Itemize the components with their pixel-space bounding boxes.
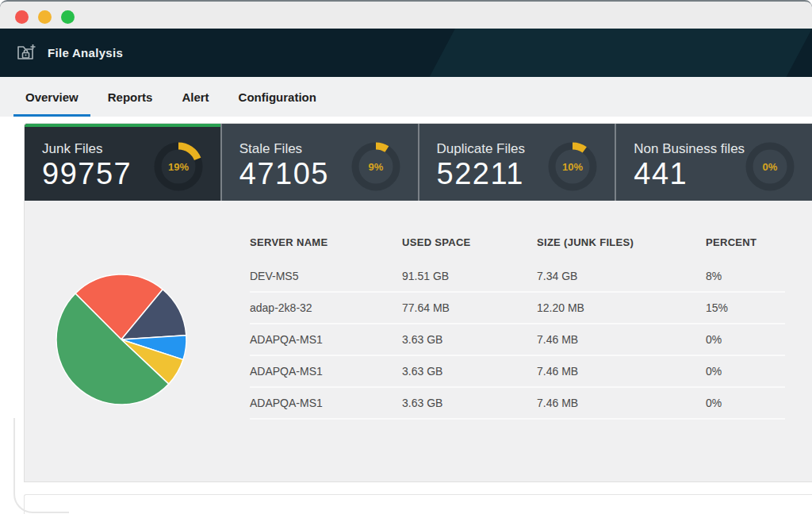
tab-label: Alert <box>182 90 209 104</box>
table-cell: 7.46 MB <box>537 333 706 346</box>
stat-card-non-business-files[interactable]: Non Business files4410% <box>616 124 812 201</box>
percent-gauge: 0% <box>744 140 796 193</box>
window-titlebar <box>0 0 812 29</box>
table-cell: 3.63 GB <box>402 333 537 346</box>
column-header-server-name[interactable]: SERVER NAME <box>250 236 402 248</box>
table-cell: 12.20 MB <box>537 301 706 314</box>
table-row[interactable]: adap-2k8-3277.64 MB12.20 MB15% <box>250 293 785 324</box>
traffic-lights <box>15 10 75 24</box>
stat-cards-row: Junk Files9975719%Stale Files471059%Dupl… <box>25 124 812 201</box>
table-row[interactable]: ADAPQA-MS13.63 GB7.46 MB0% <box>250 324 785 356</box>
header-accent-slab <box>430 29 812 77</box>
gauge-percent-label: 0% <box>763 161 778 173</box>
table-header-row: SERVER NAMEUSED SPACESIZE (JUNK FILES)PE… <box>250 231 785 253</box>
content-row: SERVER NAMEUSED SPACESIZE (JUNK FILES)PE… <box>25 201 812 483</box>
tab-reports[interactable]: Reports <box>96 77 165 117</box>
table-cell: 15% <box>706 301 785 314</box>
table-cell: 0% <box>706 333 785 346</box>
gauge-percent-label: 9% <box>368 161 383 173</box>
table-cell: ADAPQA-MS1 <box>250 365 402 378</box>
table-cell: 8% <box>706 270 785 282</box>
secondary-panel <box>24 494 812 514</box>
table-row[interactable]: DEV-MS591.51 GB7.34 GB8% <box>250 261 785 293</box>
table-cell: ADAPQA-MS1 <box>250 397 402 409</box>
gauge-percent-label: 10% <box>562 161 583 173</box>
table-cell: 7.46 MB <box>537 365 706 378</box>
tab-overview[interactable]: Overview <box>13 77 90 117</box>
gauge-percent-label: 19% <box>168 161 189 173</box>
table-cell: 77.64 MB <box>402 301 537 314</box>
table-row[interactable]: ADAPQA-MS13.63 GB7.46 MB0% <box>250 388 785 420</box>
table-row[interactable]: ADAPQA-MS13.63 GB7.46 MB0% <box>250 356 785 388</box>
page-title: File Analysis <box>48 29 123 77</box>
table-body: DEV-MS591.51 GB7.34 GB8%adap-2k8-3277.64… <box>250 261 785 420</box>
app-window: File Analysis Overview Reports Alert Con… <box>0 0 812 514</box>
table-cell: adap-2k8-32 <box>250 301 402 314</box>
table-cell: 7.34 GB <box>537 270 706 282</box>
zoom-window-button[interactable] <box>61 10 75 24</box>
file-analysis-icon <box>17 42 38 63</box>
percent-gauge: 9% <box>350 140 402 193</box>
tab-label: Overview <box>25 90 79 104</box>
table-cell: ADAPQA-MS1 <box>250 333 402 346</box>
percent-gauge: 19% <box>152 140 205 193</box>
pie-chart-svg <box>53 271 190 408</box>
tab-configuration[interactable]: Configuration <box>227 77 328 117</box>
tab-alert[interactable]: Alert <box>170 77 220 117</box>
table-cell: 7.46 MB <box>537 397 706 409</box>
table-cell: 91.51 GB <box>402 270 537 282</box>
main-panel: Junk Files9975719%Stale Files471059%Dupl… <box>24 123 812 482</box>
tab-label: Reports <box>108 90 153 104</box>
column-header-size-junk-files-[interactable]: SIZE (JUNK FILES) <box>537 236 706 248</box>
percent-gauge: 10% <box>546 140 599 193</box>
tab-label: Configuration <box>239 90 316 104</box>
stat-card-junk-files[interactable]: Junk Files9975719% <box>25 124 220 201</box>
table-cell: 3.63 GB <box>402 397 537 409</box>
table-cell: 3.63 GB <box>402 365 537 378</box>
pie-chart <box>25 201 239 483</box>
stat-card-duplicate-files[interactable]: Duplicate Files5221110% <box>419 124 615 201</box>
table-cell: 0% <box>706 397 785 409</box>
table-cell: 0% <box>706 365 785 378</box>
minimize-window-button[interactable] <box>38 10 52 24</box>
tab-bar: Overview Reports Alert Configuration <box>0 77 812 117</box>
close-window-button[interactable] <box>15 10 29 24</box>
column-header-used-space[interactable]: USED SPACE <box>402 236 537 248</box>
app-header: File Analysis <box>0 29 812 77</box>
column-header-percent[interactable]: PERCENT <box>706 236 785 248</box>
table-cell: DEV-MS5 <box>250 270 402 282</box>
stat-card-stale-files[interactable]: Stale Files471059% <box>222 124 418 201</box>
junk-files-table: SERVER NAMEUSED SPACESIZE (JUNK FILES)PE… <box>239 201 812 483</box>
